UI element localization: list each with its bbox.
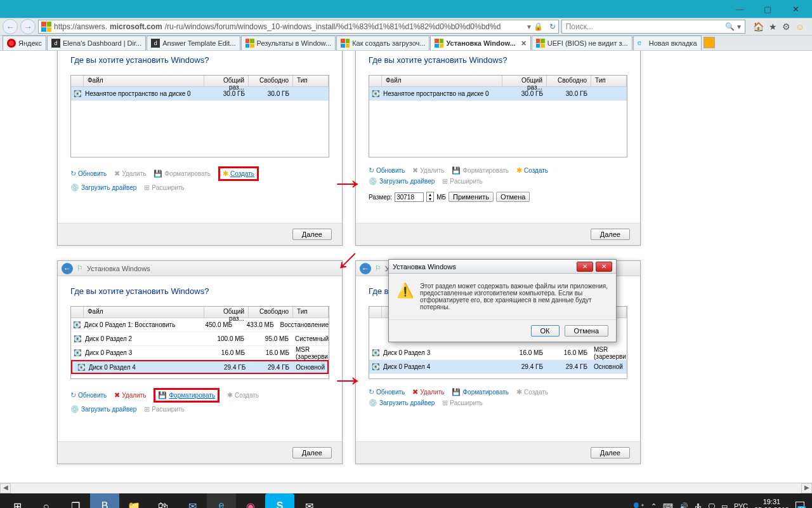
smile-icon[interactable]: ☺ (796, 22, 804, 32)
network-icon[interactable]: 🖧 (695, 502, 702, 508)
minimize-button[interactable]: — (726, 2, 754, 16)
next-button[interactable]: Далее (591, 447, 630, 458)
disk-grid[interactable]: Файл Общий раз... Свободно Тип 💽 Незанят… (70, 75, 329, 157)
tray-up-icon[interactable]: ⌃ (651, 502, 657, 509)
home-icon[interactable]: 🏠 (753, 22, 764, 32)
site-icon (41, 22, 51, 32)
maximize-button[interactable]: ▢ (754, 2, 782, 16)
refresh-tool[interactable]: ↻Обновить (369, 166, 405, 175)
language-indicator[interactable]: РУС (734, 502, 748, 508)
page-content: Где вы хотите установить Windows? Файл О… (0, 51, 812, 483)
ie-app[interactable]: e (207, 493, 236, 508)
search-placeholder: Поиск... (566, 22, 593, 31)
explorer-app[interactable]: 📁 (119, 493, 148, 508)
disk-grid[interactable]: Файл Общий раз... Свободно Тип 💽Диск 0 Р… (70, 306, 329, 379)
url-prefix: https://answers. (54, 22, 107, 31)
dialog-titlebar: ← ⚐ Установка Windows (58, 261, 342, 276)
disk-row-unallocated[interactable]: 💽 Незанятое пространство на диске 0 30.0… (71, 87, 329, 101)
tab-strip: Яндекс dElena's Dashboard | Dir... dAnsw… (0, 36, 812, 51)
disk-row[interactable]: 💽Диск 0 Раздел 2100.0 МБ95.0 МБСистемный (71, 332, 329, 346)
disk-row-selected[interactable]: 💽Диск 0 Раздел 429.4 ГБ29.4 ГБОсновной (369, 360, 627, 374)
dialog-heading: Где вы хотите установить Windows? (70, 55, 329, 65)
outlook-app[interactable]: ✉27 (294, 493, 324, 508)
settings-icon[interactable]: ⚙ (782, 22, 790, 32)
create-tool[interactable]: ✱Создать (516, 166, 548, 175)
clock[interactable]: 19:31 25.08.2018 (754, 498, 789, 508)
delete-tool[interactable]: ✖Удалить (114, 388, 146, 403)
taskview-button[interactable]: ❐ (61, 493, 90, 508)
tab-template[interactable]: dAnswer Template Edit... (147, 36, 240, 50)
tab-yandex[interactable]: Яндекс (3, 36, 46, 50)
window-titlebar: — ▢ ✕ (0, 0, 812, 18)
disk-row-unallocated[interactable]: 💽 Незанятое пространство на диске 0 30.0… (369, 87, 627, 101)
skype-app[interactable]: S (265, 493, 294, 508)
next-button[interactable]: Далее (292, 229, 332, 240)
popup-close-x2[interactable]: ✕ (596, 262, 612, 272)
favorites-icon[interactable]: ★ (769, 22, 777, 32)
arrow-right-icon: → (330, 363, 365, 396)
close-button[interactable]: ✕ (782, 2, 809, 16)
horizontal-scrollbar[interactable]: ◀▶ (0, 483, 812, 493)
popup-ok-button[interactable]: ОК (531, 325, 560, 337)
installer-dialog-1: Где вы хотите установить Windows? Файл О… (57, 51, 343, 246)
taskbar: ⊞ ⌕ ❐ B 📁 🛍 ✉ e ◉ S ✉27 👤⁺ ⌃ ⌨ 🔊 🖧 🖵 ▭ Р… (0, 493, 812, 508)
notification-center[interactable]: 27 (796, 502, 804, 508)
tab-new[interactable]: eНовая вкладка (633, 36, 702, 50)
popup-title: Установка Windows (393, 263, 456, 271)
warning-popup: Установка Windows ✕ ✕ ⚠️ Этот раздел мож… (388, 259, 617, 342)
monitor-icon[interactable]: 🖵 (708, 502, 715, 508)
mail-app[interactable]: ✉ (178, 493, 207, 508)
disk-row[interactable]: 💽Диск 0 Раздел 316.0 МБ16.0 МБMSR (зарез… (71, 346, 329, 360)
load-driver-tool[interactable]: 💿Загрузить драйвер (70, 184, 136, 192)
installer-dialog-2: Где вы хотите установить Windows? Файл О… (355, 51, 641, 246)
url-rest: /ru-ru/windows/forum/windows_10-windows_… (165, 22, 501, 31)
cancel-button[interactable]: Отмена (496, 192, 530, 202)
app-disc[interactable]: ◉ (236, 493, 265, 508)
popup-text: Этот раздел может содержать важные файлы… (420, 283, 608, 311)
next-button[interactable]: Далее (292, 447, 332, 458)
start-button[interactable]: ⊞ (3, 493, 32, 508)
disk-row[interactable]: 💽Диск 0 Раздел 1: Восстановить450.0 МБ43… (71, 318, 329, 332)
tab-uefi[interactable]: UEFI (BIOS) не видит з... (532, 36, 632, 50)
tab-results[interactable]: Результаты в Window... (241, 36, 336, 50)
back-icon[interactable]: ← (62, 263, 73, 274)
warning-icon: ⚠️ (396, 283, 414, 311)
browser-toolbar: ← → https://answers.microsoft.com/ru-ru/… (0, 18, 812, 36)
delete-tool: ✖Удалить (114, 166, 146, 181)
people-icon[interactable]: 👤⁺ (632, 502, 645, 509)
forward-button[interactable]: → (20, 19, 36, 34)
vk-app[interactable]: B (90, 493, 119, 508)
installer-dialog-3: ← ⚐ Установка Windows Где вы хотите уста… (57, 260, 343, 464)
extend-tool: ⊞Расширить (144, 184, 184, 192)
search-button[interactable]: ⌕ (32, 493, 61, 508)
arrow-right-icon: → (330, 166, 365, 199)
tab-elena[interactable]: dElena's Dashboard | Dir... (47, 36, 146, 50)
size-input[interactable] (395, 192, 424, 202)
notification-badge[interactable] (704, 37, 715, 48)
volume-icon[interactable]: 🔊 (679, 502, 688, 509)
url-host: microsoft.com (110, 22, 162, 31)
popup-cancel-button[interactable]: Отмена (565, 325, 608, 337)
screen-icon[interactable]: ▭ (721, 502, 728, 509)
address-bar[interactable]: https://answers.microsoft.com/ru-ru/wind… (38, 20, 559, 34)
apply-button[interactable]: Применить (449, 192, 494, 202)
create-tool[interactable]: ✱Создать (218, 166, 259, 181)
format-tool: 💾Форматировать (154, 166, 211, 181)
store-app[interactable]: 🛍 (148, 493, 178, 508)
popup-close-x1[interactable]: ✕ (577, 262, 593, 272)
search-box[interactable]: Поиск... 🔍 ▾ (561, 20, 745, 34)
refresh-tool[interactable]: ↻Обновить (70, 166, 107, 181)
disk-grid[interactable]: Файл Общий раз... Свободно Тип 💽 Незанят… (369, 75, 627, 157)
back-button[interactable]: ← (3, 19, 18, 34)
format-tool[interactable]: 💾Форматировать (154, 388, 219, 403)
tab-install[interactable]: Установка Window...✕ (430, 36, 530, 50)
next-button[interactable]: Далее (591, 229, 630, 240)
disk-row-selected[interactable]: 💽Диск 0 Раздел 429.4 ГБ29.4 ГБОсновной (71, 360, 329, 374)
flag-icon: ⚐ (77, 264, 83, 272)
tab-bootable[interactable]: Как создать загрузоч... (336, 36, 429, 50)
tab-close-icon[interactable]: ✕ (521, 39, 527, 48)
keyboard-icon[interactable]: ⌨ (663, 502, 673, 509)
disk-row[interactable]: 💽Диск 0 Раздел 316.0 МБ16.0 МБMSR (зарез… (369, 346, 627, 360)
